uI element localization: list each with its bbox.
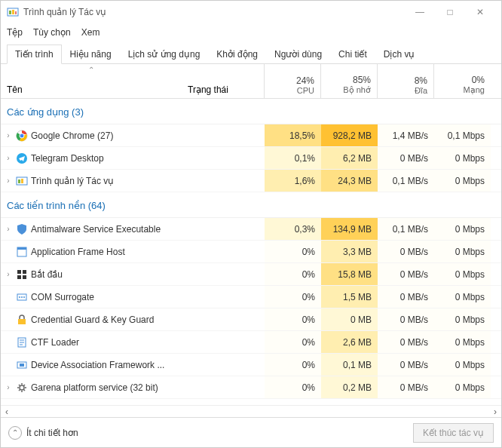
cpu-cell: 1,6%: [265, 170, 321, 192]
minimize-button[interactable]: —: [405, 2, 435, 23]
process-row[interactable]: COM Surrogate0%1,5 MB0 MB/s0 Mbps: [1, 286, 501, 308]
svg-point-19: [21, 296, 23, 298]
process-row[interactable]: CTF Loader0%2,6 MB0 MB/s0 Mbps: [1, 331, 501, 354]
memory-cell: 0,2 MB: [321, 376, 378, 398]
memory-cell: 0,1 MB: [321, 354, 378, 376]
column-headers: ⌃ Tên Trạng thái 24% CPU 85% Bộ nhớ 8% Đ…: [1, 64, 501, 99]
expander-icon[interactable]: ›: [4, 176, 13, 185]
cpu-label: CPU: [297, 86, 314, 95]
maximize-button[interactable]: □: [435, 2, 465, 23]
process-name: Antimalware Service Executable: [31, 224, 182, 235]
process-row[interactable]: ›Antimalware Service Executable0,3%134,9…: [1, 218, 501, 241]
fewer-details-toggle[interactable]: ⌃ Ít chi tiết hơn: [8, 426, 78, 440]
disk-percent: 8%: [415, 75, 427, 86]
memory-cell: 134,9 MB: [321, 218, 378, 240]
menu-file[interactable]: Tệp: [7, 27, 23, 38]
disk-cell: 0,1 MB/s: [378, 218, 434, 240]
svg-point-20: [23, 296, 25, 298]
start-icon: [16, 268, 28, 281]
process-name: Trình quản lý Tác vụ: [31, 176, 182, 186]
column-network[interactable]: 0% Mạng: [434, 64, 491, 98]
expander-icon[interactable]: ›: [4, 225, 13, 233]
tab-app-history[interactable]: Lịch sử ứng dụng: [120, 44, 209, 63]
memory-cell: 15,8 MB: [321, 263, 378, 285]
process-name-cell: Device Association Framework ...: [1, 359, 182, 371]
tab-users[interactable]: Người dùng: [266, 44, 330, 63]
tab-performance[interactable]: Hiệu năng: [62, 44, 120, 63]
disk-cell: 0 MB/s: [378, 286, 434, 308]
fewer-details-label: Ít chi tiết hơn: [26, 428, 78, 438]
tab-processes[interactable]: Tiến trình: [7, 44, 62, 64]
svg-point-6: [20, 133, 24, 138]
content-area: ⌃ Tên Trạng thái 24% CPU 85% Bộ nhớ 8% Đ…: [1, 64, 501, 417]
network-cell: 0 Mbps: [434, 147, 491, 169]
menubar: Tệp Tùy chọn Xem: [1, 23, 501, 41]
disk-label: Đĩa: [415, 86, 427, 95]
network-cell: 0 Mbps: [434, 354, 491, 376]
end-task-button[interactable]: Kết thúc tác vụ: [413, 423, 494, 443]
menu-options[interactable]: Tùy chọn: [33, 27, 71, 38]
memory-cell: 3,3 MB: [321, 241, 378, 262]
tab-startup[interactable]: Khởi động: [208, 44, 266, 63]
network-cell: 0 Mbps: [434, 376, 491, 398]
expander-icon[interactable]: ›: [4, 383, 13, 391]
titlebar: Trình quản lý Tác vụ — □ ✕: [1, 1, 501, 23]
cpu-cell: 0%: [265, 241, 321, 262]
cpu-cell: 0%: [265, 376, 321, 398]
process-row[interactable]: Application Frame Host0%3,3 MB0 MB/s0 Mb…: [1, 241, 501, 263]
process-name: Application Frame Host: [31, 247, 182, 257]
ctf-icon: [16, 336, 28, 348]
disk-cell: 0 MB/s: [378, 263, 434, 285]
column-memory[interactable]: 85% Bộ nhớ: [321, 64, 378, 98]
process-name: Telegram Desktop: [31, 153, 182, 164]
expander-icon[interactable]: ›: [4, 270, 13, 278]
process-row[interactable]: ›Garena platform service (32 bit)0%0,2 M…: [1, 376, 501, 399]
process-list[interactable]: Các ứng dụng (3)›Google Chrome (27)18,5%…: [1, 99, 501, 405]
process-name-cell: Credential Guard & Key Guard: [1, 314, 182, 326]
column-disk[interactable]: 8% Đĩa: [378, 64, 434, 98]
tab-details[interactable]: Chi tiết: [330, 44, 375, 63]
process-name-cell: CTF Loader: [1, 336, 182, 348]
memory-cell: 0 MB: [321, 308, 378, 330]
process-name-cell: ›Antimalware Service Executable: [1, 223, 182, 235]
process-name: Credential Guard & Key Guard: [31, 315, 182, 325]
cpu-cell: 0,3%: [265, 218, 321, 240]
column-name[interactable]: ⌃ Tên: [1, 64, 182, 98]
chevron-up-icon: ⌃: [8, 426, 22, 440]
svg-rect-13: [17, 270, 21, 274]
process-row[interactable]: Credential Guard & Key Guard0%0 MB0 MB/s…: [1, 308, 501, 331]
menu-view[interactable]: Xem: [81, 27, 100, 38]
cpu-cell: 0%: [265, 263, 321, 285]
com-icon: [16, 291, 28, 303]
tab-services[interactable]: Dịch vụ: [375, 44, 424, 63]
process-row[interactable]: Device Association Framework ...0%0,1 MB…: [1, 354, 501, 376]
close-button[interactable]: ✕: [465, 2, 495, 23]
disk-cell: 0 MB/s: [378, 308, 434, 330]
horizontal-scrollbar[interactable]: ‹ ›: [1, 405, 501, 417]
cpu-cell: 0,1%: [265, 147, 321, 169]
process-row[interactable]: ›Bắt đầu0%15,8 MB0 MB/s0 Mbps: [1, 263, 501, 286]
network-cell: 0 Mbps: [434, 170, 491, 192]
memory-cell: 928,2 MB: [321, 124, 378, 146]
process-row[interactable]: ›Google Chrome (27)18,5%928,2 MB1,4 MB/s…: [1, 124, 501, 147]
scroll-left-icon[interactable]: ‹: [5, 407, 8, 417]
process-name: CTF Loader: [31, 337, 182, 348]
svg-rect-10: [21, 179, 23, 183]
cpu-cell: 0%: [265, 331, 321, 353]
scroll-right-icon[interactable]: ›: [494, 407, 497, 417]
process-row[interactable]: ›Trình quản lý Tác vụ1,6%24,3 MB0,1 MB/s…: [1, 170, 501, 192]
expander-icon[interactable]: ›: [4, 154, 13, 162]
memory-percent: 85%: [353, 75, 371, 85]
taskmgr-icon: [16, 175, 28, 187]
process-row[interactable]: ›Telegram Desktop0,1%6,2 MB0 MB/s0 Mbps: [1, 147, 501, 170]
column-status[interactable]: Trạng thái: [182, 64, 265, 98]
device-icon: [16, 359, 28, 371]
svg-rect-16: [23, 275, 26, 279]
column-cpu[interactable]: 24% CPU: [265, 64, 321, 98]
network-percent: 0%: [472, 75, 485, 85]
network-cell: 0 Mbps: [434, 263, 491, 285]
expander-icon[interactable]: ›: [4, 131, 13, 140]
app-icon: [7, 6, 19, 18]
group-header-apps: Các ứng dụng (3): [1, 99, 501, 124]
svg-rect-1: [9, 11, 11, 14]
